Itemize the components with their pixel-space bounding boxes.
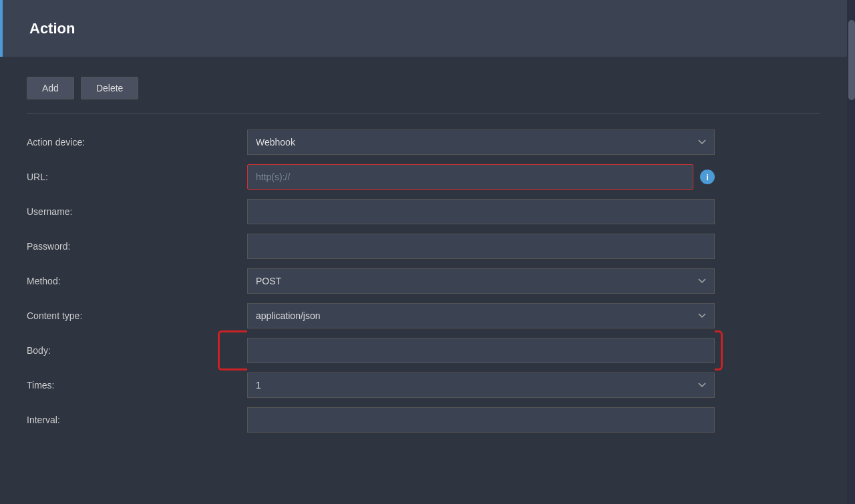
main-content: Action Add Delete Action device: Webhook… xyxy=(0,0,847,462)
page-wrapper: Action Add Delete Action device: Webhook… xyxy=(0,0,855,504)
action-device-label: Action device: xyxy=(27,137,247,148)
scrollbar-thumb[interactable] xyxy=(848,20,855,100)
body-label: Body: xyxy=(27,345,247,356)
add-button[interactable]: Add xyxy=(27,77,74,99)
times-control: 1 2 3 5 10 xyxy=(247,372,715,398)
annotation-right xyxy=(715,330,723,370)
content-type-select[interactable]: application/json application/x-www-form-… xyxy=(247,303,715,328)
content-type-label: Content type: xyxy=(27,310,247,321)
url-label: URL: xyxy=(27,172,247,182)
url-control: i xyxy=(247,164,715,190)
method-select[interactable]: POST GET PUT DELETE xyxy=(247,268,715,294)
interval-row: Interval: xyxy=(27,407,820,433)
interval-control xyxy=(247,407,715,433)
method-control: POST GET PUT DELETE xyxy=(247,268,715,294)
url-row: URL: i xyxy=(27,164,820,190)
method-row: Method: POST GET PUT DELETE xyxy=(27,268,820,294)
interval-input[interactable] xyxy=(247,407,715,433)
action-device-control: Webhook Email SMS xyxy=(247,130,715,155)
divider xyxy=(27,113,820,113)
times-label: Times: xyxy=(27,380,247,391)
body-row: Body: xyxy=(27,338,820,363)
toolbar: Add Delete xyxy=(27,77,820,99)
content-type-control: application/json application/x-www-form-… xyxy=(247,303,715,328)
body-control xyxy=(247,338,715,363)
password-row: Password: xyxy=(27,234,820,259)
scrollbar-track[interactable] xyxy=(847,0,855,504)
password-control xyxy=(247,234,715,259)
password-input[interactable] xyxy=(247,234,715,259)
delete-button[interactable]: Delete xyxy=(81,77,138,99)
username-input[interactable] xyxy=(247,199,715,224)
action-device-select[interactable]: Webhook Email SMS xyxy=(247,130,715,155)
times-row: Times: 1 2 3 5 10 xyxy=(27,372,820,398)
body-input[interactable] xyxy=(247,338,715,363)
url-input[interactable] xyxy=(247,164,693,190)
username-control xyxy=(247,199,715,224)
interval-label: Interval: xyxy=(27,415,247,425)
action-device-row: Action device: Webhook Email SMS xyxy=(27,130,820,155)
times-select[interactable]: 1 2 3 5 10 xyxy=(247,372,715,398)
password-label: Password: xyxy=(27,241,247,252)
header: Action xyxy=(0,0,847,57)
content-type-row: Content type: application/json applicati… xyxy=(27,303,820,328)
info-icon[interactable]: i xyxy=(700,170,715,184)
page-title: Action xyxy=(29,20,75,37)
username-label: Username: xyxy=(27,206,247,217)
content-area: Add Delete Action device: Webhook Email … xyxy=(0,57,847,462)
form-section: Action device: Webhook Email SMS URL: xyxy=(27,130,820,442)
method-label: Method: xyxy=(27,276,247,286)
username-row: Username: xyxy=(27,199,820,224)
